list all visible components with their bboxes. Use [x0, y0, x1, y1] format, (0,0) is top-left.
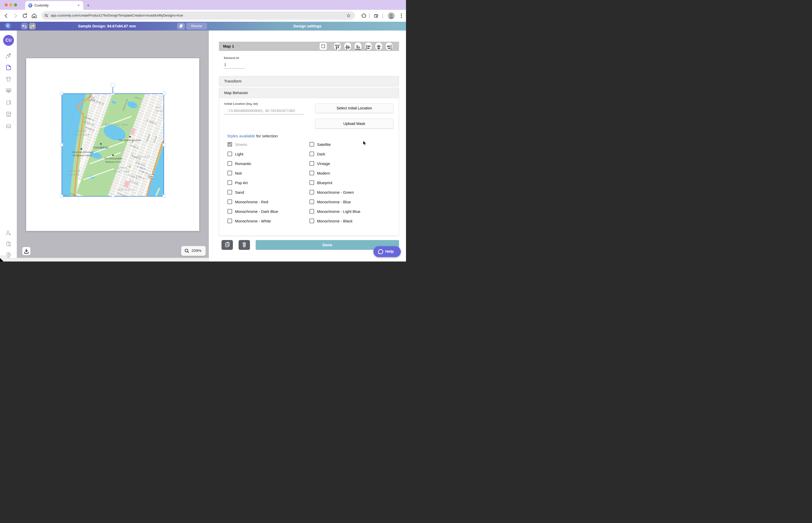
- map-element[interactable]: W 104th St 12th St Madison Ave W 94th St…: [62, 94, 163, 196]
- back-icon[interactable]: [3, 12, 10, 19]
- transform-label: Transform: [224, 79, 242, 83]
- new-tab-button[interactable]: +: [87, 3, 90, 8]
- redo-button[interactable]: [29, 23, 36, 30]
- align-horizontal-center-button[interactable]: [375, 42, 382, 50]
- rotate-handle[interactable]: [111, 83, 115, 87]
- checkbox[interactable]: [310, 171, 314, 175]
- profile-avatar[interactable]: [388, 12, 395, 19]
- reload-icon[interactable]: [21, 12, 29, 19]
- help-support-icon[interactable]: [5, 240, 12, 247]
- mouse-cursor: [363, 141, 368, 146]
- element-title: Map 1: [223, 44, 234, 48]
- forward-icon[interactable]: [12, 12, 19, 19]
- browser-toolbar: app.customily.com/createProduct1?forDesi…: [0, 10, 406, 22]
- store-icon[interactable]: [5, 111, 12, 118]
- checkbox[interactable]: [310, 199, 314, 204]
- align-right-button[interactable]: [386, 42, 392, 50]
- home-icon[interactable]: [31, 12, 38, 19]
- design-file-icon[interactable]: [5, 64, 12, 71]
- duplicate-element-button[interactable]: [222, 240, 233, 250]
- checkbox[interactable]: [227, 219, 232, 223]
- map-behavior-section: Map Behavior Initial Location (lng, lat)…: [219, 88, 399, 236]
- artboard[interactable]: W 104th St 12th St Madison Ave W 94th St…: [26, 58, 199, 231]
- inbox-icon[interactable]: [5, 123, 12, 129]
- element-id-input[interactable]: 1: [224, 62, 226, 67]
- design-title: Sample Design: 84.67x84.67 mm: [66, 24, 148, 28]
- menu-kebab-icon[interactable]: [399, 13, 404, 19]
- resize-handle-s[interactable]: [111, 195, 114, 198]
- minimize-window-button[interactable]: [9, 3, 13, 6]
- customily-favicon-icon: C: [28, 3, 32, 7]
- launch-rocket-icon[interactable]: [5, 53, 12, 59]
- left-sidebar: CU: [0, 31, 17, 262]
- checkbox[interactable]: [227, 209, 232, 214]
- help-button[interactable]: Help: [373, 246, 401, 257]
- expand-element-button[interactable]: [320, 43, 327, 50]
- toolbar-divider: [369, 13, 370, 18]
- checkbox[interactable]: [227, 199, 232, 204]
- initial-location-value[interactable]: -73.96548000000001, 40.782402471962: [227, 109, 295, 113]
- toolbar-divider: [383, 13, 383, 18]
- account-settings-icon[interactable]: [5, 230, 12, 236]
- download-design-button[interactable]: [22, 247, 31, 255]
- tab-search-icon[interactable]: [373, 13, 379, 18]
- upload-mask-button[interactable]: Upload Mask: [315, 119, 393, 129]
- resize-button[interactable]: Resize: [186, 23, 207, 30]
- editor-header: C Sample Design: 84.67x84.67 mm Resize D…: [0, 22, 406, 31]
- delete-element-button[interactable]: [239, 240, 250, 250]
- tab-strip: C Customily × +: [0, 0, 406, 10]
- initial-location-label: Initial Location (lng, lat): [224, 102, 258, 105]
- checkbox[interactable]: [227, 171, 232, 175]
- undo-button[interactable]: [21, 23, 28, 30]
- styles-available-link[interactable]: Styles available: [227, 134, 255, 138]
- resize-handle-nw[interactable]: [60, 92, 63, 95]
- checkbox[interactable]: [227, 151, 232, 156]
- zoom-indicator[interactable]: 209%: [181, 246, 206, 256]
- mockup-monitor-icon[interactable]: [5, 87, 12, 94]
- align-bottom-button[interactable]: [354, 42, 361, 50]
- resize-handle-e[interactable]: [162, 143, 165, 146]
- design-settings-panel: Map 1 Element Id 1: [209, 31, 406, 262]
- map-behavior-header[interactable]: Map Behavior: [219, 88, 399, 98]
- extensions-icon[interactable]: [361, 13, 366, 18]
- design-canvas-area[interactable]: W 104th St 12th St Madison Ave W 94th St…: [17, 31, 209, 258]
- resize-handle-se[interactable]: [162, 195, 165, 198]
- site-settings-icon[interactable]: [44, 13, 49, 18]
- url-text: app.customily.com/createProduct1?forDesi…: [51, 14, 183, 17]
- element-id-underline: [224, 68, 245, 69]
- select-initial-location-button[interactable]: Select Initial Location: [315, 103, 393, 113]
- checkbox[interactable]: [310, 161, 314, 166]
- checkbox-checked[interactable]: [227, 142, 232, 147]
- align-vertical-center-button[interactable]: [344, 42, 351, 50]
- workspace-avatar[interactable]: CU: [3, 35, 14, 46]
- bookmark-star-icon[interactable]: [346, 13, 351, 18]
- resize-handle-w[interactable]: [60, 143, 63, 146]
- transform-section-header[interactable]: Transform: [219, 76, 399, 86]
- checkbox[interactable]: [227, 161, 232, 166]
- apparel-icon[interactable]: [5, 76, 12, 83]
- selection-border: [61, 93, 164, 197]
- tag-button[interactable]: [177, 23, 185, 30]
- templates-icon[interactable]: [5, 99, 12, 106]
- close-tab-icon[interactable]: ×: [77, 4, 80, 7]
- checkbox[interactable]: [227, 180, 232, 185]
- browser-window: C Customily × + app.customily.com/create…: [0, 0, 406, 262]
- align-left-button[interactable]: [365, 42, 372, 50]
- checkbox[interactable]: [310, 219, 314, 223]
- checkbox[interactable]: [227, 190, 232, 195]
- customily-logo: C: [5, 23, 12, 30]
- checkbox[interactable]: [310, 151, 314, 156]
- checkbox[interactable]: [310, 209, 314, 214]
- close-window-button[interactable]: [5, 3, 8, 6]
- help-label: Help: [385, 249, 394, 253]
- resize-handle-ne[interactable]: [162, 92, 165, 95]
- checkbox[interactable]: [310, 142, 314, 147]
- checkbox[interactable]: [310, 190, 314, 195]
- help-chat-icon: [377, 249, 384, 255]
- checkbox[interactable]: [310, 180, 314, 185]
- zoom-window-button[interactable]: [14, 3, 17, 6]
- resize-handle-sw[interactable]: [60, 195, 63, 198]
- browser-tab[interactable]: C Customily ×: [25, 1, 83, 10]
- url-bar[interactable]: app.customily.com/createProduct1?forDesi…: [41, 12, 355, 20]
- align-top-button[interactable]: [334, 42, 341, 50]
